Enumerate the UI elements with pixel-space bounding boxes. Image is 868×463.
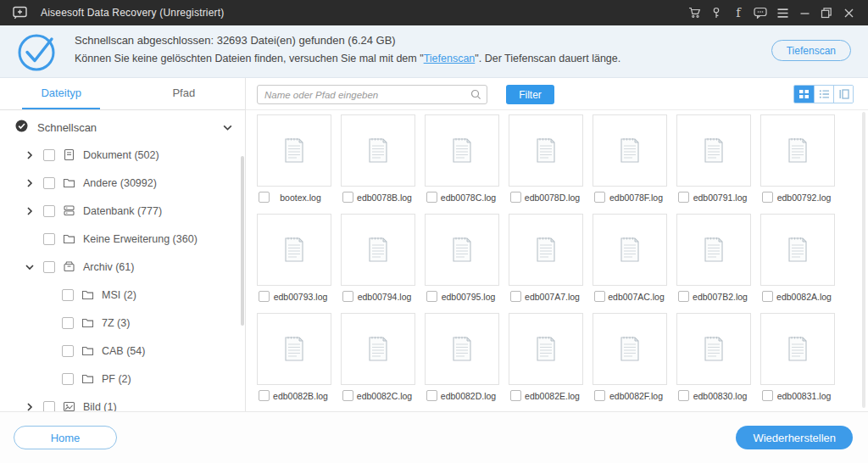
cart-icon[interactable] xyxy=(683,2,705,24)
tree-item-pf[interactable]: PF (2) xyxy=(0,365,245,393)
file-card[interactable]: edb007B2.log xyxy=(676,214,751,302)
file-thumbnail[interactable] xyxy=(676,313,751,385)
file-card[interactable]: edb00793.log xyxy=(257,214,331,302)
sidebar-scrollbar[interactable] xyxy=(241,156,244,326)
tree-checkbox[interactable] xyxy=(43,149,55,161)
file-card[interactable]: edb00791.log xyxy=(676,114,751,203)
file-card[interactable]: edb00795.log xyxy=(425,214,499,302)
recover-button[interactable]: Wiederherstellen xyxy=(736,426,853,449)
file-card[interactable]: edb0078C.log xyxy=(425,114,499,203)
file-card[interactable]: edb0078B.log xyxy=(341,114,415,203)
filter-button[interactable]: Filter xyxy=(506,85,554,104)
tree-item-dokument[interactable]: Dokument (502) xyxy=(0,141,245,169)
file-card[interactable]: edb0082B.log xyxy=(257,313,331,401)
file-checkbox[interactable] xyxy=(594,291,605,302)
file-thumbnail[interactable] xyxy=(341,313,415,385)
file-card[interactable]: edb00794.log xyxy=(341,214,415,302)
chevron-down-icon[interactable] xyxy=(222,122,233,133)
tree-item-andere[interactable]: Andere (30992) xyxy=(0,169,245,197)
tree-checkbox[interactable] xyxy=(43,233,55,245)
file-checkbox[interactable] xyxy=(259,192,270,203)
tree-item-datenbank[interactable]: Datenbank (777) xyxy=(0,197,245,225)
file-thumbnail[interactable] xyxy=(676,114,751,187)
file-thumbnail[interactable] xyxy=(341,114,415,187)
file-card[interactable]: edb0082D.log xyxy=(425,313,499,401)
grid-view-button[interactable] xyxy=(794,86,814,103)
file-card[interactable]: edb0078D.log xyxy=(509,114,583,203)
chevron-right-icon[interactable] xyxy=(24,149,36,161)
file-checkbox[interactable] xyxy=(342,192,353,203)
file-checkbox[interactable] xyxy=(510,390,521,401)
file-thumbnail[interactable] xyxy=(257,114,331,187)
file-card[interactable]: edb0082F.log xyxy=(593,313,667,401)
file-checkbox[interactable] xyxy=(762,192,773,203)
file-checkbox[interactable] xyxy=(259,390,270,401)
file-thumbnail[interactable] xyxy=(509,214,583,286)
tree-item-cab[interactable]: CAB (54) xyxy=(0,337,245,365)
file-checkbox[interactable] xyxy=(510,192,521,203)
file-thumbnail[interactable] xyxy=(341,214,415,286)
file-thumbnail[interactable] xyxy=(425,313,499,385)
search-input[interactable] xyxy=(258,86,470,103)
tree-item-archiv[interactable]: Archiv (61) xyxy=(0,253,245,281)
tree-checkbox[interactable] xyxy=(62,317,74,329)
feedback-chat-icon[interactable] xyxy=(749,2,771,24)
tree-checkbox[interactable] xyxy=(62,345,74,357)
chevron-right-icon[interactable] xyxy=(24,205,36,217)
tree-checkbox[interactable] xyxy=(43,205,55,217)
file-thumbnail[interactable] xyxy=(425,214,499,286)
file-card[interactable]: edb00792.log xyxy=(760,114,835,203)
file-checkbox[interactable] xyxy=(426,192,437,203)
sidebar-item-schnellscan[interactable]: Schnellscan xyxy=(0,114,245,141)
file-checkbox[interactable] xyxy=(259,291,270,302)
close-icon[interactable] xyxy=(837,2,860,24)
tree-item-keine-erweiterung[interactable]: Keine Erweiterung (360) xyxy=(0,225,245,253)
file-card[interactable]: edb0082C.log xyxy=(341,313,415,401)
file-thumbnail[interactable] xyxy=(593,313,667,385)
file-thumbnail[interactable] xyxy=(593,114,667,187)
file-thumbnail[interactable] xyxy=(257,214,331,286)
tree-item-msi[interactable]: MSI (2) xyxy=(0,281,245,309)
file-checkbox[interactable] xyxy=(678,390,689,401)
file-checkbox[interactable] xyxy=(342,291,353,302)
file-card[interactable]: edb007A7.log xyxy=(509,214,583,302)
tab-dateityp[interactable]: Dateityp xyxy=(0,78,123,109)
file-checkbox[interactable] xyxy=(510,291,521,302)
tree-checkbox[interactable] xyxy=(62,373,74,385)
tree-checkbox[interactable] xyxy=(62,289,74,301)
file-thumbnail[interactable] xyxy=(760,114,835,187)
file-thumbnail[interactable] xyxy=(509,114,583,187)
file-checkbox[interactable] xyxy=(342,390,353,401)
restore-icon[interactable] xyxy=(815,2,837,24)
facebook-icon[interactable]: f xyxy=(727,2,749,24)
file-thumbnail[interactable] xyxy=(760,313,835,385)
file-card[interactable]: edb00830.log xyxy=(676,313,751,401)
tree-item-7z[interactable]: 7Z (3) xyxy=(0,309,245,337)
tab-pfad[interactable]: Pfad xyxy=(123,78,246,109)
file-card[interactable]: edb0082E.log xyxy=(509,313,583,401)
tree-checkbox[interactable] xyxy=(43,261,55,273)
key-icon[interactable] xyxy=(705,2,727,24)
file-checkbox[interactable] xyxy=(678,192,689,203)
file-card[interactable]: bootex.log xyxy=(257,114,331,203)
home-button[interactable]: Home xyxy=(14,426,117,449)
file-checkbox[interactable] xyxy=(678,291,689,302)
file-checkbox[interactable] xyxy=(594,390,605,401)
main-scrollbar[interactable] xyxy=(862,112,865,408)
file-thumbnail[interactable] xyxy=(425,114,499,187)
file-thumbnail[interactable] xyxy=(257,313,331,385)
file-thumbnail[interactable] xyxy=(509,313,583,385)
file-thumbnail[interactable] xyxy=(760,214,835,286)
menu-icon[interactable] xyxy=(771,2,793,24)
chevron-down-icon[interactable] xyxy=(24,261,36,273)
list-view-button[interactable] xyxy=(814,86,833,103)
detail-view-button[interactable] xyxy=(833,86,853,103)
file-card[interactable]: edb0082A.log xyxy=(760,214,835,302)
file-card[interactable]: edb007AC.log xyxy=(593,214,667,302)
file-thumbnail[interactable] xyxy=(676,214,751,286)
file-checkbox[interactable] xyxy=(426,291,437,302)
file-checkbox[interactable] xyxy=(762,390,773,401)
file-card[interactable]: edb0078F.log xyxy=(593,114,667,203)
deep-scan-button[interactable]: Tiefenscan xyxy=(771,40,851,61)
tree-checkbox[interactable] xyxy=(43,177,55,189)
